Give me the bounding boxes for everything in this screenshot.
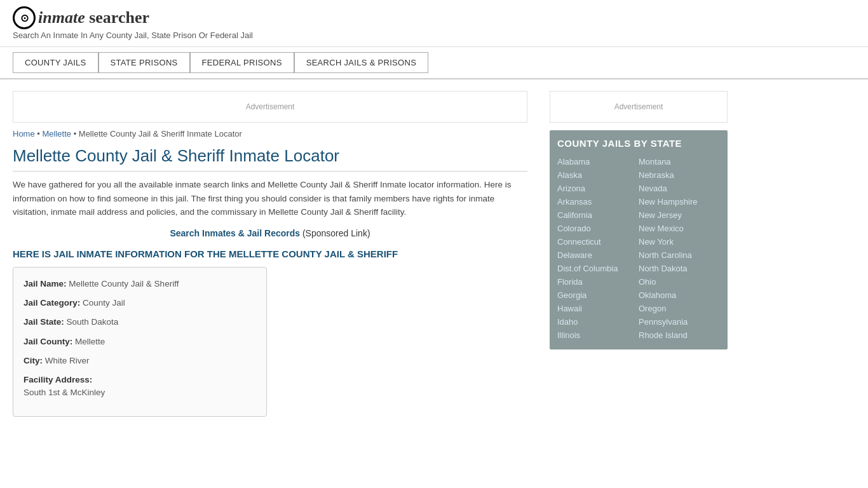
header: ⊙ inmate searcher Search An Inmate In An… <box>0 0 868 47</box>
breadcrumb-mellette[interactable]: Mellette <box>42 129 71 139</box>
state-link[interactable]: Pennsylvania <box>639 315 720 329</box>
sidebar: Advertisement COUNTY JAILS BY STATE Alab… <box>540 79 737 430</box>
jail-county-value-text: Mellette <box>75 337 105 346</box>
jail-category-value-text: County Jail <box>83 298 125 308</box>
jail-state-label: Jail State: <box>24 317 64 327</box>
intro-text: We have gathered for you all the availab… <box>13 178 527 219</box>
jail-city-label: City: <box>24 356 43 365</box>
state-link[interactable]: Illinois <box>557 329 639 342</box>
sponsored-link-section: Search Inmates & Jail Records (Sponsored… <box>13 228 527 238</box>
county-jails-by-state: COUNTY JAILS BY STATE AlabamaAlaskaArizo… <box>550 130 728 349</box>
logo-inmate: inmate <box>38 8 85 27</box>
state-link[interactable]: North Carolina <box>639 248 720 262</box>
jail-info-header: HERE IS JAIL INMATE INFORMATION FOR THE … <box>13 248 527 259</box>
jail-address-value: South 1st & McKinley <box>24 388 105 397</box>
state-link[interactable]: New Hampshire <box>639 195 720 208</box>
nav-search-jails[interactable]: SEARCH JAILS & PRISONS <box>294 52 428 73</box>
state-link[interactable]: Oklahoma <box>639 288 720 302</box>
jail-county-row: Jail County: Mellette <box>24 336 256 348</box>
content-area: Advertisement Home • Mellette • Mellette… <box>0 79 868 430</box>
jail-city-value-text: White River <box>45 356 90 365</box>
state-link[interactable]: Oregon <box>639 302 720 315</box>
state-link[interactable]: Alaska <box>557 168 639 182</box>
state-link[interactable]: Alabama <box>557 155 639 168</box>
sidebar-title: COUNTY JAILS BY STATE <box>557 138 720 149</box>
sidebar-ad: Advertisement <box>550 91 728 123</box>
jail-details-box: Jail Name: Mellette County Jail & Sherif… <box>13 267 267 417</box>
jail-county-label: Jail County: <box>24 337 72 346</box>
state-link[interactable]: Arizona <box>557 182 639 195</box>
state-link[interactable]: Nebraska <box>639 168 720 182</box>
jail-state-value-text: South Dakota <box>67 317 119 327</box>
state-link[interactable]: New Jersey <box>639 208 720 222</box>
nav-federal-prisons[interactable]: FEDERAL PRISONS <box>190 52 294 73</box>
jail-address-row: Facility Address: South 1st & McKinley <box>24 374 256 400</box>
state-link[interactable]: Colorado <box>557 222 639 235</box>
state-link[interactable]: Dist.of Columbia <box>557 262 639 275</box>
breadcrumb: Home • Mellette • Mellette County Jail &… <box>13 129 527 139</box>
navigation: COUNTY JAILS STATE PRISONS FEDERAL PRISO… <box>0 47 868 79</box>
state-link[interactable]: Hawaii <box>557 302 639 315</box>
jail-category-row: Jail Category: County Jail <box>24 297 256 309</box>
state-link[interactable]: New York <box>639 235 720 248</box>
jail-city-row: City: White River <box>24 355 256 367</box>
state-link[interactable]: Florida <box>557 275 639 288</box>
state-link[interactable]: North Dakota <box>639 262 720 275</box>
state-link[interactable]: Arkansas <box>557 195 639 208</box>
sponsored-link[interactable]: Search Inmates & Jail Records <box>170 228 300 238</box>
state-link[interactable]: Ohio <box>639 275 720 288</box>
logo-text: inmate searcher <box>38 8 149 27</box>
states-col1: AlabamaAlaskaArizonaArkansasCaliforniaCo… <box>557 155 639 342</box>
page-title: Mellette County Jail & Sheriff Inmate Lo… <box>13 146 527 172</box>
nav-county-jails[interactable]: COUNTY JAILS <box>13 52 98 73</box>
jail-name-value-text: Mellette County Jail & Sheriff <box>69 279 179 288</box>
states-grid: AlabamaAlaskaArizonaArkansasCaliforniaCo… <box>557 155 720 342</box>
logo-icon: ⊙ <box>13 6 36 29</box>
state-link[interactable]: Delaware <box>557 248 639 262</box>
breadcrumb-sep2: • <box>74 129 79 139</box>
jail-name-row: Jail Name: Mellette County Jail & Sherif… <box>24 278 256 290</box>
jail-name-label: Jail Name: <box>24 279 67 288</box>
jail-category-label: Jail Category: <box>24 298 80 308</box>
state-link[interactable]: California <box>557 208 639 222</box>
breadcrumb-current: Mellette County Jail & Sheriff Inmate Lo… <box>79 129 242 139</box>
main-content: Advertisement Home • Mellette • Mellette… <box>0 79 540 430</box>
jail-address-label: Facility Address: <box>24 375 92 384</box>
state-link[interactable]: Rhode Island <box>639 329 720 342</box>
state-link[interactable]: Nevada <box>639 182 720 195</box>
state-link[interactable]: Idaho <box>557 315 639 329</box>
logo-area: ⊙ inmate searcher <box>13 6 855 29</box>
tagline: Search An Inmate In Any County Jail, Sta… <box>13 30 855 40</box>
sponsored-suffix: (Sponsored Link) <box>300 228 370 238</box>
states-col2: MontanaNebraskaNevadaNew HampshireNew Je… <box>639 155 720 342</box>
nav-state-prisons[interactable]: STATE PRISONS <box>98 52 190 73</box>
state-link[interactable]: Montana <box>639 155 720 168</box>
logo-searcher: searcher <box>85 8 149 27</box>
state-link[interactable]: Georgia <box>557 288 639 302</box>
state-link[interactable]: Connecticut <box>557 235 639 248</box>
sidebar-ad-banner: Advertisement <box>550 91 728 123</box>
state-link[interactable]: New Mexico <box>639 222 720 235</box>
ad-banner-top: Advertisement <box>13 91 527 123</box>
jail-state-row: Jail State: South Dakota <box>24 316 256 329</box>
breadcrumb-home[interactable]: Home <box>13 129 35 139</box>
